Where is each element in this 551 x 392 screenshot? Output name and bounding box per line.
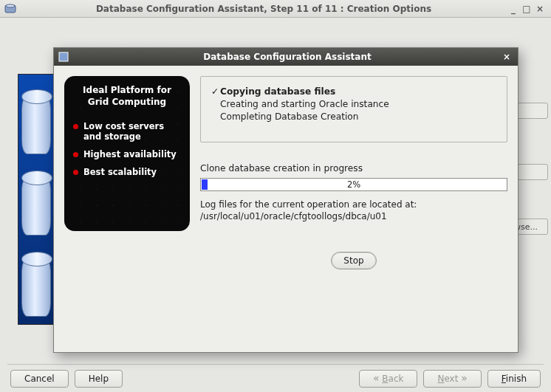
step-row: Creating and starting Oracle instance — [210, 99, 498, 109]
chevron-left-icon: « — [373, 372, 380, 384]
step-label: Copying database files — [220, 86, 335, 97]
window-titlebar: Database Configuration Assistant, Step 1… — [0, 0, 551, 18]
back-label: ack — [389, 374, 404, 384]
finish-button[interactable]: Finish — [487, 370, 541, 388]
window-body: wse... Cancel Help « Back Next » Finish … — [0, 18, 551, 392]
progress-label: Clone database creation in progress — [200, 163, 507, 173]
promo-headline-l2: Grid Computing — [73, 97, 181, 109]
log-location: Log files for the current operation are … — [200, 199, 507, 222]
back-button[interactable]: « Back — [359, 370, 418, 388]
wizard-side-image — [18, 74, 55, 325]
progress-area: Clone database creation in progress 2% L… — [200, 163, 507, 222]
check-icon: ✓ — [210, 86, 220, 97]
promo-panel: Ideal Platform for Grid Computing Low co… — [64, 76, 190, 231]
promo-bullet: Highest availability — [73, 149, 181, 159]
dialog-body: Ideal Platform for Grid Computing Low co… — [54, 66, 518, 352]
next-label: ext — [444, 374, 458, 384]
next-button[interactable]: Next » — [423, 370, 481, 388]
bullet-dot-icon — [73, 170, 78, 175]
close-button[interactable]: × — [533, 4, 547, 14]
dialog-close-button[interactable]: × — [500, 52, 513, 62]
progress-bar: 2% — [200, 178, 507, 191]
promo-bullet: Low cost servers and storage — [73, 121, 181, 142]
dialog-icon — [58, 52, 69, 62]
log-line: Log files for the current operation are … — [200, 199, 507, 210]
progress-text: 2% — [201, 179, 507, 190]
chevron-right-icon: » — [461, 372, 468, 384]
promo-bullet-label: Best scalability — [83, 167, 157, 177]
promo-headline-l1: Ideal Platform for — [73, 85, 181, 97]
cancel-button[interactable]: Cancel — [10, 370, 69, 388]
minimize-button[interactable]: _ — [507, 4, 520, 14]
bullet-dot-icon — [73, 124, 78, 129]
database-cylinder-icon — [21, 176, 51, 235]
finish-label: inish — [506, 374, 527, 384]
database-cylinder-icon — [21, 95, 51, 154]
maximize-button[interactable]: □ — [520, 4, 533, 14]
bullet-dot-icon — [73, 152, 78, 157]
dialog-main: ✓ Copying database files Creating and st… — [200, 76, 507, 342]
wizard-nav-bar: Cancel Help « Back Next » Finish — [7, 364, 544, 385]
step-label: Creating and starting Oracle instance — [220, 99, 389, 109]
promo-headline: Ideal Platform for Grid Computing — [73, 85, 181, 108]
svg-point-1 — [6, 4, 15, 7]
app-icon — [4, 3, 16, 15]
dialog-titlebar: Database Configuration Assistant × — [54, 48, 518, 66]
database-cylinder-icon — [21, 258, 51, 317]
dialog-title: Database Configuration Assistant — [75, 52, 500, 62]
promo-bullet-label: Low cost servers and storage — [83, 121, 181, 142]
steps-box: ✓ Copying database files Creating and st… — [200, 76, 507, 142]
log-path: /usr/local/u01/oracle/cfgtoollogs/dbca/u… — [200, 210, 507, 222]
step-row: Completing Database Creation — [210, 111, 498, 122]
promo-bullet: Best scalability — [73, 167, 181, 177]
svg-rect-2 — [59, 52, 68, 61]
window-title: Database Configuration Assistant, Step 1… — [21, 4, 507, 14]
progress-dialog: Database Configuration Assistant × Ideal… — [53, 47, 519, 353]
step-row-current: ✓ Copying database files — [210, 86, 498, 97]
step-label: Completing Database Creation — [220, 111, 359, 122]
stop-button[interactable]: Stop — [331, 252, 376, 269]
promo-bullet-label: Highest availability — [83, 149, 177, 159]
help-button[interactable]: Help — [75, 370, 123, 388]
stop-area: Stop — [200, 252, 507, 269]
